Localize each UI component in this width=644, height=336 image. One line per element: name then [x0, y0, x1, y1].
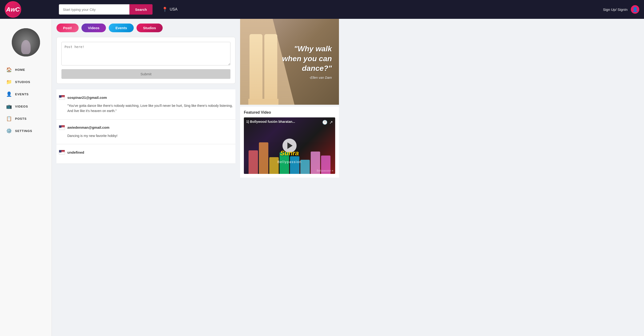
posts-icon: 📋	[6, 116, 12, 122]
post-author-name-3: undefined	[67, 150, 84, 154]
header-right: Sign Up/ SignIn 👤	[603, 5, 639, 14]
post-author-name-1: sospinar21@gmail.com	[67, 96, 107, 100]
avatar-container	[0, 24, 52, 64]
sidebar: 🏠 HOME 📁 STUDIOS 👤 EVENTS 📺 VIDEOS 📋 POS…	[0, 19, 52, 336]
post-box: Submit	[56, 37, 236, 84]
video-watermark: Bellypassion ♦	[317, 169, 333, 172]
video-overlay-title: 1) Bollywood fusión bharatan...	[246, 120, 295, 124]
leg-2	[264, 34, 277, 105]
header: AwC Search 📍 USA Sign Up/ SignIn 👤	[0, 0, 644, 19]
location-pin-icon: 📍	[162, 6, 168, 12]
post-text-2: Dancing is my new favorite hobby!	[59, 133, 233, 138]
events-icon: 👤	[6, 91, 12, 97]
right-sidebar: "Why walk when you can dance?" -Ellen va…	[240, 19, 339, 336]
flag-icon-2	[59, 125, 65, 130]
logo[interactable]: AwC	[5, 1, 21, 18]
sidebar-item-videos-label: VIDEOS	[15, 105, 28, 108]
search-input[interactable]	[59, 4, 130, 14]
home-icon: 🏠	[6, 67, 12, 72]
location-text: USA	[170, 7, 178, 12]
post-item-1: sospinar21@gmail.com "You've gotta dance…	[56, 90, 236, 120]
quote-heading: "Why walk when you can dance?"	[280, 44, 332, 74]
color-bar-5	[300, 160, 310, 174]
sidebar-item-posts-label: POSTS	[15, 117, 26, 120]
user-avatar-icon[interactable]: 👤	[631, 5, 639, 14]
featured-video-title: Featured Video	[244, 110, 335, 114]
videos-icon: 📺	[6, 104, 12, 109]
post-author-1: sospinar21@gmail.com	[59, 95, 233, 100]
sunra-text: Sunra	[280, 150, 299, 157]
sidebar-item-studios[interactable]: 📁 STUDIOS	[4, 76, 48, 88]
submit-button[interactable]: Submit	[62, 69, 230, 79]
signin-link[interactable]: Sign Up/ SignIn	[603, 8, 628, 12]
leg-1	[250, 34, 262, 105]
sidebar-item-events[interactable]: 👤 EVENTS	[4, 88, 48, 100]
main-content: Post! Videos Events Studios Submit sospi…	[52, 19, 240, 336]
location-display: 📍 USA	[162, 6, 178, 12]
avatar	[12, 28, 40, 56]
sidebar-item-home[interactable]: 🏠 HOME	[4, 64, 48, 76]
sidebar-item-home-label: HOME	[15, 68, 25, 72]
bellypassion-sub-text: Bellypassion	[278, 160, 302, 164]
flag-icon-1	[59, 95, 65, 100]
tab-events[interactable]: Events	[109, 24, 134, 32]
studios-icon: 📁	[6, 79, 12, 85]
share-icon[interactable]: ↗	[329, 120, 333, 125]
post-item-2: awiedenman@gmail.com Dancing is my new f…	[56, 120, 236, 144]
sidebar-item-settings-label: SETTINGS	[15, 129, 32, 133]
quote-author: -Ellen van Dam	[280, 76, 332, 80]
search-button[interactable]: Search	[130, 4, 152, 14]
tab-studios[interactable]: Studios	[136, 24, 163, 32]
post-text-1: "You've gotta dance like there's nobody …	[59, 103, 233, 114]
tab-post[interactable]: Post!	[56, 24, 78, 32]
video-bg: Sunra Bellypassion 1) Bollywood fusión b…	[244, 118, 335, 174]
post-author-3: undefined	[59, 150, 233, 154]
avatar-image	[12, 28, 40, 56]
quote-text: "Why walk when you can dance?" -Ellen va…	[280, 44, 332, 80]
color-bars	[244, 140, 335, 174]
featured-video-section: Featured Video Sunra Bellypassion 1) Bol…	[240, 106, 339, 178]
color-bar-1	[259, 142, 268, 174]
post-textarea[interactable]	[62, 42, 230, 66]
sidebar-item-studios-label: STUDIOS	[15, 80, 30, 84]
video-controls: 🕐 ↗	[322, 120, 333, 125]
color-bar-2	[269, 157, 279, 174]
quote-banner: "Why walk when you can dance?" -Ellen va…	[240, 19, 339, 105]
post-author-name-2: awiedenman@gmail.com	[67, 126, 110, 130]
post-item-3: undefined	[56, 144, 236, 164]
color-bar-4	[290, 156, 300, 174]
sidebar-item-events-label: EVENTS	[15, 92, 29, 96]
sidebar-item-posts[interactable]: 📋 POSTS	[4, 112, 48, 125]
nav-menu: 🏠 HOME 📁 STUDIOS 👤 EVENTS 📺 VIDEOS 📋 POS…	[0, 64, 52, 137]
color-bar-0	[248, 150, 258, 174]
sidebar-item-videos[interactable]: 📺 VIDEOS	[4, 100, 48, 112]
flag-icon-3	[59, 150, 65, 154]
content-tabs: Post! Videos Events Studios	[56, 24, 236, 32]
clock-icon[interactable]: 🕐	[322, 120, 328, 125]
main-layout: 🏠 HOME 📁 STUDIOS 👤 EVENTS 📺 VIDEOS 📋 POS…	[0, 19, 644, 336]
tab-videos[interactable]: Videos	[82, 24, 106, 32]
settings-icon: ⚙️	[6, 128, 12, 134]
video-thumbnail[interactable]: Sunra Bellypassion 1) Bollywood fusión b…	[244, 118, 335, 174]
sidebar-item-settings[interactable]: ⚙️ SETTINGS	[4, 125, 48, 137]
search-bar: Search	[59, 4, 152, 14]
post-author-2: awiedenman@gmail.com	[59, 125, 233, 130]
